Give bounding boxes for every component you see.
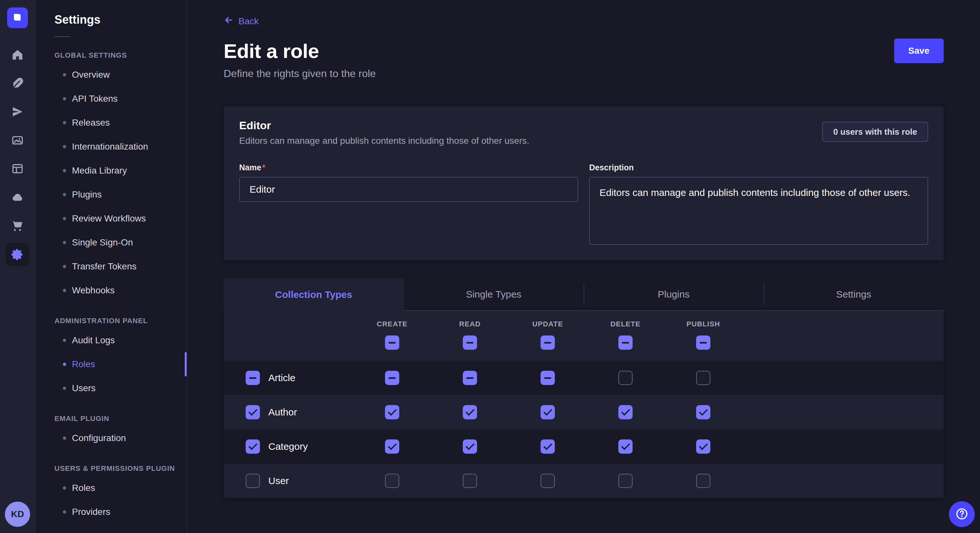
column-header-update: UPDATE: [509, 320, 587, 350]
sidebar-item-providers[interactable]: Providers: [36, 500, 187, 524]
category-publish-checkbox[interactable]: [696, 439, 710, 454]
rail-media-library-button[interactable]: [0, 126, 35, 155]
category-delete-checkbox[interactable]: [618, 439, 633, 454]
column-header-label: UPDATE: [533, 320, 563, 328]
sidebar-item-roles[interactable]: Roles: [36, 352, 187, 376]
category-update-checkbox[interactable]: [541, 439, 555, 454]
article-create-checkbox[interactable]: [385, 371, 399, 385]
category-read-checkbox[interactable]: [463, 439, 477, 454]
header-filler-cell: [742, 320, 944, 350]
tab-settings[interactable]: Settings: [764, 279, 944, 311]
article-read-checkbox[interactable]: [463, 371, 477, 385]
main-nav-rail: KD: [0, 0, 36, 533]
sidebar-item-roles[interactable]: Roles: [36, 476, 187, 500]
rail-paper-plane-button[interactable]: [0, 98, 35, 126]
row-label: Category: [268, 441, 308, 452]
sidebar-item-label: Users: [72, 383, 95, 393]
subnav-section-users-permissions-plugin: USERS & PERMISSIONS PLUGINRolesProviders: [36, 464, 187, 524]
tab-collection-types[interactable]: Collection Types: [224, 279, 404, 311]
rail-cart-button[interactable]: [0, 212, 35, 240]
author-delete-checkbox[interactable]: [618, 405, 633, 419]
select-row-category-checkbox[interactable]: [246, 439, 260, 454]
settings-subnav: Settings GLOBAL SETTINGSOverviewAPI Toke…: [36, 0, 187, 533]
user-delete-checkbox[interactable]: [618, 474, 633, 488]
user-update-checkbox[interactable]: [541, 474, 555, 488]
tab-plugins[interactable]: Plugins: [584, 279, 764, 311]
category-create-checkbox[interactable]: [385, 439, 399, 454]
required-asterisk: *: [262, 163, 266, 172]
select-all-delete-checkbox[interactable]: [618, 335, 633, 350]
item-bullet-icon: [63, 387, 66, 390]
section-label: GLOBAL SETTINGS: [36, 51, 187, 60]
section-label: EMAIL PLUGIN: [36, 414, 187, 423]
user-read-checkbox[interactable]: [463, 474, 477, 488]
select-all-update-checkbox[interactable]: [541, 335, 555, 350]
sidebar-item-api-tokens[interactable]: API Tokens: [36, 87, 187, 111]
item-bullet-icon: [63, 217, 66, 220]
author-update-checkbox[interactable]: [541, 405, 555, 419]
sidebar-item-audit-logs[interactable]: Audit Logs: [36, 328, 187, 352]
subnav-title: Settings: [54, 13, 187, 27]
author-create-checkbox[interactable]: [385, 405, 399, 419]
sidebar-item-transfer-tokens[interactable]: Transfer Tokens: [36, 254, 187, 279]
sidebar-item-users[interactable]: Users: [36, 376, 187, 400]
sidebar-item-review-workflows[interactable]: Review Workflows: [36, 206, 187, 230]
question-mark-icon: [955, 507, 969, 522]
sidebar-item-internationalization[interactable]: Internationalization: [36, 135, 187, 159]
select-all-create-checkbox[interactable]: [385, 335, 399, 350]
cell-user-read: [431, 474, 509, 488]
app-root: KD Settings GLOBAL SETTINGSOverviewAPI T…: [0, 0, 980, 533]
item-bullet-icon: [63, 169, 66, 172]
select-all-read-checkbox[interactable]: [463, 335, 477, 350]
sidebar-item-releases[interactable]: Releases: [36, 111, 187, 135]
tab-single-types[interactable]: Single Types: [404, 279, 584, 311]
header-spacer-cell: [224, 320, 353, 350]
permissions-tabs: Collection TypesSingle TypesPluginsSetti…: [224, 279, 944, 311]
user-publish-checkbox[interactable]: [696, 474, 710, 488]
sidebar-item-media-library[interactable]: Media Library: [36, 159, 187, 182]
save-button[interactable]: Save: [894, 38, 944, 63]
sidebar-item-webhooks[interactable]: Webhooks: [36, 279, 187, 303]
cell-author-create: [353, 405, 431, 419]
rail-settings-gear-button[interactable]: [0, 240, 35, 269]
rail-layout-button[interactable]: [0, 155, 35, 183]
item-bullet-icon: [63, 339, 66, 342]
select-row-article-checkbox[interactable]: [246, 371, 260, 385]
item-bullet-icon: [63, 289, 66, 292]
back-link[interactable]: Back: [224, 15, 259, 27]
item-bullet-icon: [63, 241, 66, 244]
tab-label: Single Types: [466, 289, 522, 300]
article-update-checkbox[interactable]: [541, 371, 555, 385]
strapi-logo-button[interactable]: [7, 8, 28, 28]
author-publish-checkbox[interactable]: [696, 405, 710, 419]
item-bullet-icon: [63, 97, 66, 100]
cell-user-publish: [664, 474, 742, 488]
select-row-author-checkbox[interactable]: [246, 405, 260, 419]
cell-article-read: [431, 371, 509, 385]
select-all-publish-checkbox[interactable]: [696, 335, 710, 350]
row-label: User: [268, 475, 289, 486]
sidebar-item-plugins[interactable]: Plugins: [36, 182, 187, 206]
name-field-group: Name*: [239, 163, 578, 246]
section-label: USERS & PERMISSIONS PLUGIN: [36, 464, 187, 473]
sidebar-item-single-sign-on[interactable]: Single Sign-On: [36, 230, 187, 254]
sidebar-item-overview[interactable]: Overview: [36, 63, 187, 87]
article-delete-checkbox[interactable]: [618, 371, 633, 385]
rail-feather-button[interactable]: [0, 69, 35, 98]
author-read-checkbox[interactable]: [463, 405, 477, 419]
cell-article-delete: [587, 371, 664, 385]
users-with-role-button[interactable]: 0 users with this role: [822, 122, 928, 142]
role-card-header: Editor Editors can manage and publish co…: [239, 119, 928, 146]
avatar[interactable]: KD: [5, 501, 30, 527]
article-publish-checkbox[interactable]: [696, 371, 710, 385]
sidebar-item-configuration[interactable]: Configuration: [36, 426, 187, 450]
rail-home-button[interactable]: [0, 41, 35, 69]
row-head-author: Author: [224, 405, 353, 419]
sidebar-item-label: Roles: [72, 483, 95, 493]
help-button[interactable]: [949, 501, 975, 527]
user-create-checkbox[interactable]: [385, 474, 399, 488]
description-textarea[interactable]: Editors can manage and publish contents …: [589, 177, 928, 245]
select-row-user-checkbox[interactable]: [246, 474, 260, 488]
rail-cloud-button[interactable]: [0, 183, 35, 212]
name-input[interactable]: [239, 177, 578, 202]
